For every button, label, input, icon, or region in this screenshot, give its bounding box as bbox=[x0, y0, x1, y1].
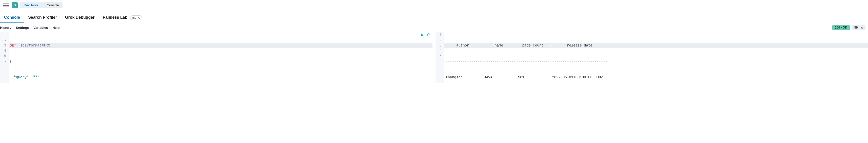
space-badge[interactable]: D bbox=[12, 2, 18, 8]
editor-panes: 1 2 ▾ 3 4 5 6 ▾ GET _sql?format=txt { "q… bbox=[0, 32, 868, 83]
line-number: 6 ▾ bbox=[0, 59, 6, 64]
line-number: 5 bbox=[436, 53, 442, 59]
subtab-variables[interactable]: Variables bbox=[33, 25, 48, 31]
request-gutter: 1 2 ▾ 3 4 5 6 ▾ bbox=[0, 32, 9, 83]
response-line: zhangsan |JAVA |561 |2022-05-01T00:00:00… bbox=[444, 75, 868, 80]
status-badge: 200 - OK bbox=[832, 25, 850, 30]
response-pane: 1 2 3 4 5 author | name | page_count | r… bbox=[436, 32, 868, 83]
response-line: author | name | page_count | release_dat… bbox=[444, 43, 868, 48]
line-number: 1 bbox=[0, 32, 6, 38]
hamburger-menu-icon[interactable] bbox=[3, 2, 9, 8]
tab-search-profiler[interactable]: Search Profiler bbox=[24, 12, 61, 23]
play-icon[interactable] bbox=[420, 33, 424, 37]
beta-badge: BETA bbox=[130, 15, 142, 20]
line-number: 2 bbox=[436, 38, 442, 43]
wrench-icon[interactable] bbox=[426, 33, 430, 37]
subtab-settings[interactable]: Settings bbox=[16, 25, 29, 31]
request-code[interactable]: GET _sql?format=txt { "query": """ selec… bbox=[9, 32, 432, 83]
response-time-badge: 59 ms bbox=[852, 25, 865, 30]
top-bar: D Dev Tools Console bbox=[0, 0, 868, 11]
response-line: -----------------+---------------+------… bbox=[444, 59, 868, 64]
breadcrumb-console[interactable]: Console bbox=[42, 2, 63, 8]
main-tabs: Console Search Profiler Grok Debugger Pa… bbox=[0, 12, 868, 23]
response-viewer[interactable]: 1 2 3 4 5 author | name | page_count | r… bbox=[436, 32, 868, 83]
line-number: 2 ▾ bbox=[0, 38, 6, 43]
subtab-history[interactable]: History bbox=[0, 25, 11, 31]
breadcrumb-dev-tools[interactable]: Dev Tools bbox=[20, 2, 42, 8]
breadcrumb: Dev Tools Console bbox=[20, 2, 63, 8]
line-number: 4 bbox=[436, 48, 442, 53]
request-editor[interactable]: 1 2 ▾ 3 4 5 6 ▾ GET _sql?format=txt { "q… bbox=[0, 32, 432, 83]
status-group: 200 - OK 59 ms bbox=[832, 25, 868, 30]
line-number: 1 bbox=[436, 32, 442, 38]
line-number: 3 bbox=[0, 43, 6, 48]
code-line: { bbox=[9, 59, 432, 64]
line-number: 4 bbox=[0, 48, 6, 53]
line-number: 3 bbox=[436, 43, 442, 48]
response-gutter: 1 2 3 4 5 bbox=[436, 32, 444, 83]
tab-console[interactable]: Console bbox=[0, 12, 24, 23]
line-number: 5 bbox=[0, 53, 6, 59]
subtab-help[interactable]: Help bbox=[53, 25, 60, 31]
request-pane: 1 2 ▾ 3 4 5 6 ▾ GET _sql?format=txt { "q… bbox=[0, 32, 436, 83]
console-toolbar: History Settings Variables Help 200 - OK… bbox=[0, 23, 868, 32]
console-subtabs: History Settings Variables Help bbox=[0, 25, 60, 31]
code-line: "query": """ bbox=[9, 75, 432, 80]
tab-painless-lab-label: Painless Lab bbox=[102, 15, 127, 20]
tab-grok-debugger[interactable]: Grok Debugger bbox=[61, 12, 98, 23]
editor-action-icons bbox=[420, 33, 430, 37]
response-code: author | name | page_count | release_dat… bbox=[444, 32, 868, 83]
tab-painless-lab[interactable]: Painless Lab BETA bbox=[98, 12, 146, 23]
code-line: GET _sql?format=txt bbox=[9, 43, 432, 48]
svg-marker-0 bbox=[421, 34, 424, 37]
